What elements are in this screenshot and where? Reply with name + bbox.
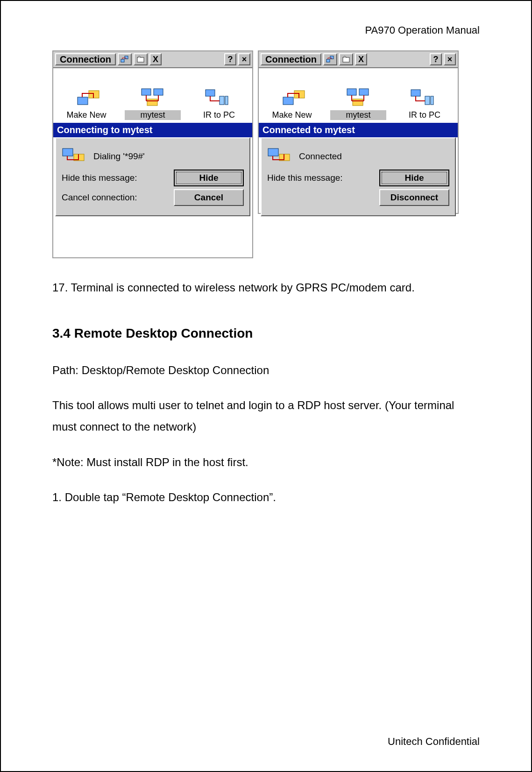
document-body: 17. Terminal is connected to wireless ne… [52, 277, 480, 508]
window-title: Connection [261, 53, 321, 65]
ir-to-pc-icon[interactable] [406, 86, 439, 108]
step-17: 17. Terminal is connected to wireless ne… [52, 277, 480, 298]
dialog-body-connected: Connected Hide this message: Hide Discon… [261, 137, 456, 216]
svg-rect-8 [206, 90, 215, 96]
svg-rect-7 [147, 99, 157, 106]
svg-rect-21 [411, 90, 420, 96]
modem-icon [62, 146, 86, 167]
page-header: PA970 Operation Manual [52, 24, 480, 36]
svg-rect-5 [142, 89, 151, 95]
path-line: Path: Desktop/Remote Desktop Connection [52, 360, 480, 381]
svg-rect-13 [326, 59, 330, 62]
connection-labels: Make New mytest IR to PC [53, 108, 252, 123]
disconnect-button[interactable]: Disconnect [379, 189, 449, 206]
hide-button[interactable]: Hide [379, 170, 449, 186]
titlebar: Connection X ? × [259, 51, 458, 68]
make-new-icon[interactable] [278, 86, 311, 108]
section-heading: 3.4 Remote Desktop Connection [52, 321, 480, 346]
section-desc: This tool allows multi user to telnet an… [52, 395, 480, 437]
make-new-icon[interactable] [72, 86, 105, 108]
label-ir-to-pc: IR to PC [191, 110, 247, 120]
svg-rect-16 [283, 97, 293, 105]
hide-button[interactable]: Hide [174, 170, 244, 186]
mytest-icon[interactable] [136, 86, 169, 108]
cancel-button[interactable]: Cancel [174, 189, 244, 206]
hide-label: Hide this message: [62, 173, 166, 183]
titlebar: Connection X ? × [53, 51, 252, 68]
help-button[interactable]: ? [430, 53, 442, 65]
svg-rect-9 [220, 96, 224, 105]
help-button[interactable]: ? [224, 53, 236, 65]
label-make-new: Make New [264, 110, 320, 120]
hide-label: Hide this message: [267, 173, 372, 183]
net-status-icon[interactable] [323, 53, 337, 65]
label-make-new: Make New [58, 110, 114, 120]
connection-icons [259, 68, 458, 108]
net-status-icon[interactable] [118, 53, 132, 65]
delete-button[interactable]: X [149, 53, 162, 65]
step-1: 1. Double tap “Remote Desktop Connection… [52, 487, 480, 508]
svg-rect-11 [63, 149, 73, 156]
svg-rect-18 [347, 89, 356, 95]
window-title: Connection [55, 53, 116, 65]
connection-labels: Make New mytest IR to PC [259, 108, 458, 123]
label-mytest: mytest [125, 110, 181, 120]
svg-rect-6 [154, 89, 163, 95]
page-footer: Unitech Confidential [388, 736, 480, 748]
modem-icon [267, 146, 291, 167]
dialog-title-connecting: Connecting to mytest [53, 123, 252, 137]
ir-to-pc-icon[interactable] [200, 86, 233, 108]
svg-rect-24 [268, 149, 278, 156]
cancel-label: Cancel connection: [62, 192, 166, 203]
svg-rect-22 [425, 96, 430, 105]
dialog-title-connected: Connected to mytest [259, 123, 458, 137]
svg-rect-10 [225, 96, 228, 105]
status-text: Connected [299, 151, 342, 162]
svg-rect-23 [431, 96, 433, 105]
svg-rect-19 [359, 89, 369, 95]
svg-rect-15 [343, 57, 349, 62]
delete-button[interactable]: X [355, 53, 367, 65]
folder-icon[interactable] [134, 53, 148, 65]
folder-icon[interactable] [339, 53, 353, 65]
close-button[interactable]: × [444, 53, 456, 65]
screenshot-connecting: Connection X ? × [52, 50, 253, 258]
screenshot-connected: Connection X ? × [258, 50, 459, 214]
screenshot-pair: Connection X ? × [52, 50, 480, 258]
label-mytest: mytest [330, 110, 386, 120]
mytest-icon[interactable] [342, 86, 375, 108]
dialog-body-connecting: Dialing '*99#' Hide this message: Hide C… [55, 137, 250, 216]
svg-rect-3 [78, 97, 88, 105]
section-note: *Note: Must install RDP in the host firs… [52, 452, 480, 473]
connection-icons [53, 68, 252, 108]
svg-rect-20 [353, 99, 363, 106]
label-ir-to-pc: IR to PC [397, 110, 453, 120]
svg-rect-0 [121, 59, 124, 62]
status-text: Dialing '*99#' [93, 151, 145, 162]
close-button[interactable]: × [238, 53, 250, 65]
svg-rect-2 [137, 57, 144, 62]
